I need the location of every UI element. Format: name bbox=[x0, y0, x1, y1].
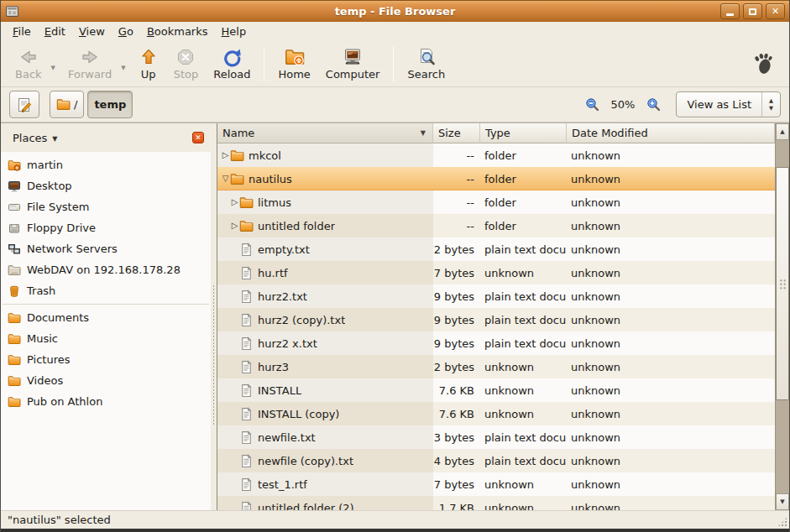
sidebar-item-network-servers[interactable]: Network Servers bbox=[1, 238, 211, 259]
column-headers: Name▼SizeTypeDate Modified bbox=[217, 123, 775, 143]
sidebar-item-videos[interactable]: Videos bbox=[1, 370, 211, 391]
sidebar-item-desktop[interactable]: Desktop bbox=[1, 175, 211, 196]
column-header-name[interactable]: Name▼ bbox=[217, 123, 433, 143]
expander-icon[interactable]: ▷ bbox=[230, 198, 239, 206]
toolbar-button-label: Reload bbox=[213, 68, 250, 81]
expander-icon[interactable]: ▷ bbox=[230, 222, 239, 230]
document-icon bbox=[239, 266, 254, 280]
resize-grip[interactable] bbox=[777, 517, 787, 527]
file-date-modified: unknown bbox=[567, 355, 775, 378]
file-row-newfile-copy-txt[interactable]: newfile (copy).txt14 bytesplain text doc… bbox=[217, 449, 775, 472]
minimize-button[interactable] bbox=[720, 3, 740, 19]
location-bar: /temp 50% View as List ▲▼ bbox=[1, 87, 789, 123]
close-button[interactable]: ✕ bbox=[766, 3, 785, 19]
file-name: hurz2.txt bbox=[258, 290, 307, 303]
file-row-hurz3[interactable]: hurz312 bytesunknownunknown bbox=[217, 355, 775, 378]
sidebar-item-martin[interactable]: martin bbox=[1, 154, 211, 175]
toolbar-back-dropdown[interactable]: ▼ bbox=[50, 56, 60, 71]
sidebar-close-button[interactable]: ✕ bbox=[192, 132, 204, 143]
title-bar[interactable]: temp - File Browser ✕ bbox=[1, 0, 789, 22]
file-browser-window: temp - File Browser ✕ FileEditViewGoBook… bbox=[0, 0, 790, 532]
sidebar-item-file-system[interactable]: File System bbox=[1, 196, 211, 217]
file-name: test_1.rtf bbox=[258, 478, 307, 491]
toolbar-search-button[interactable]: Search bbox=[400, 44, 453, 82]
file-row-hurz2-txt[interactable]: hurz2.txt9 bytesplain text documentunkno… bbox=[217, 284, 775, 308]
toolbar-button-label: Back bbox=[15, 68, 42, 81]
file-row-empty-txt[interactable]: empty.txt2 bytesplain text documentunkno… bbox=[217, 237, 775, 261]
file-row-install[interactable]: INSTALL7.6 KBunknownunknown bbox=[217, 378, 775, 402]
column-header-size[interactable]: Size bbox=[433, 123, 480, 143]
file-size: 3 bytes bbox=[433, 425, 480, 449]
menu-bookmarks[interactable]: Bookmarks bbox=[140, 23, 215, 39]
file-date-modified: unknown bbox=[567, 261, 775, 284]
zoom-in-icon bbox=[646, 97, 661, 112]
edit-location-button[interactable] bbox=[9, 91, 39, 118]
toolbar-up-button[interactable]: Up bbox=[131, 44, 166, 82]
file-row-newfile-txt[interactable]: newfile.txt3 bytesplain text documentunk… bbox=[217, 425, 775, 449]
folder-icon bbox=[56, 97, 71, 112]
scrollbar-up-button[interactable]: ▲ bbox=[776, 123, 789, 140]
file-row-test-1-rtf[interactable]: test_1.rtf7 bytesunknownunknown bbox=[217, 472, 775, 496]
file-name: INSTALL bbox=[258, 384, 301, 397]
sidebar-item-label: Documents bbox=[27, 311, 89, 324]
menu-file[interactable]: File bbox=[6, 23, 38, 39]
file-name: hurz3 bbox=[258, 361, 289, 373]
toolbar-forward-button[interactable]: Forward bbox=[60, 44, 119, 82]
file-row-mkcol[interactable]: ▷mkcol--folderunknown bbox=[217, 143, 775, 167]
document-icon bbox=[239, 360, 254, 374]
toolbar-home-button[interactable]: Home bbox=[270, 44, 317, 82]
document-icon bbox=[239, 289, 254, 304]
expander-icon[interactable]: ▷ bbox=[221, 151, 230, 159]
maximize-button[interactable] bbox=[743, 3, 762, 19]
menu-go[interactable]: Go bbox=[112, 23, 140, 39]
sidebar-item-webdav-on-192-168-178-28[interactable]: WebDAV on 192.168.178.28 bbox=[1, 259, 211, 280]
toolbar-computer-button[interactable]: Computer bbox=[318, 44, 388, 82]
file-row-install-copy[interactable]: INSTALL (copy)7.6 KBunknownunknown bbox=[217, 402, 775, 425]
file-row-nautilus[interactable]: ▽nautilus--folderunknown bbox=[217, 167, 775, 190]
file-date-modified: unknown bbox=[567, 214, 775, 237]
reload-icon bbox=[222, 47, 242, 67]
zoom-out-button[interactable] bbox=[585, 97, 599, 112]
toolbar-stop-button[interactable]: Stop bbox=[166, 44, 207, 82]
sidebar-item-pub-on-athlon[interactable]: Pub on Athlon bbox=[1, 391, 211, 412]
zoom-in-button[interactable] bbox=[646, 97, 661, 112]
scrollbar-down-button[interactable]: ▼ bbox=[776, 493, 789, 510]
path-button-label: temp bbox=[94, 98, 126, 111]
file-name: empty.txt bbox=[258, 243, 310, 256]
file-list-pane: Name▼SizeTypeDate Modified ▷mkcol--folde… bbox=[217, 123, 789, 510]
expander-icon[interactable]: ▽ bbox=[221, 175, 230, 183]
view-mode-select[interactable]: View as List ▲▼ bbox=[676, 91, 781, 117]
menu-edit[interactable]: Edit bbox=[38, 23, 72, 39]
sidebar-item-label: WebDAV on 192.168.178.28 bbox=[27, 263, 180, 276]
path-button-temp[interactable]: temp bbox=[87, 91, 133, 118]
sidebar-item-trash[interactable]: Trash bbox=[1, 280, 211, 301]
sidebar-item-documents[interactable]: Documents bbox=[1, 307, 211, 328]
sidebar-item-floppy-drive[interactable]: Floppy Drive bbox=[1, 217, 211, 238]
file-row-litmus[interactable]: ▷litmus--folderunknown bbox=[217, 190, 775, 214]
column-header-date-modified[interactable]: Date Modified bbox=[567, 123, 775, 143]
pane-splitter[interactable] bbox=[211, 123, 217, 510]
places-selector-button[interactable]: Places ▼ bbox=[8, 129, 63, 147]
file-size: 7 bytes bbox=[433, 472, 480, 496]
toolbar-back-button[interactable]: Back bbox=[8, 44, 50, 82]
file-row-hurz2-x-txt[interactable]: hurz2 x.txt9 bytesplain text documentunk… bbox=[217, 331, 775, 355]
gnome-foot-icon bbox=[751, 51, 776, 76]
menu-view[interactable]: View bbox=[72, 23, 112, 39]
path-button-root[interactable]: / bbox=[50, 91, 84, 118]
scrollbar-thumb[interactable] bbox=[776, 167, 789, 400]
file-row-untitled-folder-2[interactable]: untitled folder (2)1.7 KBunknownunknown bbox=[217, 496, 775, 510]
file-row-hu-rtf[interactable]: hu.rtf7 bytesunknownunknown bbox=[217, 261, 775, 284]
file-row-hurz2-copy-txt[interactable]: hurz2 (copy).txt9 bytesplain text docume… bbox=[217, 308, 775, 331]
toolbar-button-label: Stop bbox=[174, 68, 199, 81]
sidebar-item-pictures[interactable]: Pictures bbox=[1, 349, 211, 370]
column-header-label: Type bbox=[485, 127, 510, 139]
document-icon bbox=[239, 477, 254, 492]
file-row-untitled-folder[interactable]: ▷untitled folder--folderunknown bbox=[217, 214, 775, 237]
toolbar-forward-dropdown[interactable]: ▼ bbox=[119, 56, 130, 71]
scrollbar-track[interactable] bbox=[776, 140, 789, 493]
toolbar-reload-button[interactable]: Reload bbox=[206, 44, 258, 82]
file-date-modified: unknown bbox=[567, 402, 775, 425]
column-header-type[interactable]: Type bbox=[480, 123, 567, 143]
sidebar-item-music[interactable]: Music bbox=[1, 328, 211, 349]
menu-help[interactable]: Help bbox=[215, 23, 254, 39]
